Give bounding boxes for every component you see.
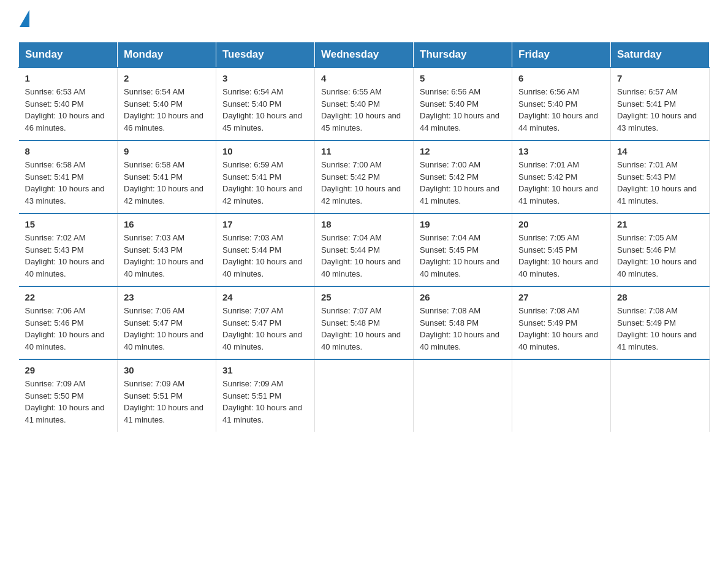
header-monday: Monday	[118, 42, 216, 68]
calendar-cell	[512, 359, 611, 432]
calendar-cell: 17 Sunrise: 7:03 AMSunset: 5:44 PMDaylig…	[216, 213, 315, 286]
logo-triangle-icon	[20, 10, 29, 27]
day-number: 24	[222, 292, 308, 302]
day-info: Sunrise: 7:04 AMSunset: 5:45 PMDaylight:…	[420, 233, 499, 278]
calendar-cell: 23 Sunrise: 7:06 AMSunset: 5:47 PMDaylig…	[118, 286, 216, 359]
day-info: Sunrise: 6:54 AMSunset: 5:40 PMDaylight:…	[124, 87, 203, 132]
calendar-cell: 27 Sunrise: 7:08 AMSunset: 5:49 PMDaylig…	[512, 286, 611, 359]
calendar-cell: 7 Sunrise: 6:57 AMSunset: 5:41 PMDayligh…	[611, 67, 710, 140]
day-number: 19	[420, 219, 506, 229]
header-friday: Friday	[512, 42, 611, 68]
calendar-cell: 24 Sunrise: 7:07 AMSunset: 5:47 PMDaylig…	[216, 286, 315, 359]
calendar-cell: 29 Sunrise: 7:09 AMSunset: 5:50 PMDaylig…	[19, 359, 118, 432]
calendar-cell	[611, 359, 710, 432]
day-info: Sunrise: 6:59 AMSunset: 5:41 PMDaylight:…	[222, 160, 302, 205]
day-info: Sunrise: 7:09 AMSunset: 5:51 PMDaylight:…	[222, 379, 302, 424]
day-info: Sunrise: 7:07 AMSunset: 5:48 PMDaylight:…	[321, 306, 401, 351]
day-number: 22	[25, 292, 112, 302]
day-number: 11	[321, 146, 407, 156]
day-info: Sunrise: 7:05 AMSunset: 5:45 PMDaylight:…	[518, 233, 598, 278]
day-number: 4	[321, 73, 407, 83]
day-number: 7	[617, 73, 703, 83]
calendar-week-row: 29 Sunrise: 7:09 AMSunset: 5:50 PMDaylig…	[19, 359, 710, 432]
day-info: Sunrise: 7:01 AMSunset: 5:43 PMDaylight:…	[617, 160, 697, 205]
calendar-cell: 20 Sunrise: 7:05 AMSunset: 5:45 PMDaylig…	[512, 213, 611, 286]
calendar-cell	[315, 359, 414, 432]
day-info: Sunrise: 7:01 AMSunset: 5:42 PMDaylight:…	[518, 160, 598, 205]
calendar-week-row: 15 Sunrise: 7:02 AMSunset: 5:43 PMDaylig…	[19, 213, 710, 286]
calendar-table: SundayMondayTuesdayWednesdayThursdayFrid…	[18, 42, 710, 432]
header-wednesday: Wednesday	[315, 42, 414, 68]
day-number: 16	[124, 219, 210, 229]
day-number: 26	[420, 292, 506, 302]
day-info: Sunrise: 6:56 AMSunset: 5:40 PMDaylight:…	[420, 87, 499, 132]
day-info: Sunrise: 7:03 AMSunset: 5:44 PMDaylight:…	[222, 233, 302, 278]
day-info: Sunrise: 6:55 AMSunset: 5:40 PMDaylight:…	[321, 87, 401, 132]
day-number: 18	[321, 219, 407, 229]
calendar-week-row: 8 Sunrise: 6:58 AMSunset: 5:41 PMDayligh…	[19, 140, 710, 213]
calendar-cell: 28 Sunrise: 7:08 AMSunset: 5:49 PMDaylig…	[611, 286, 710, 359]
day-number: 25	[321, 292, 407, 302]
day-info: Sunrise: 7:08 AMSunset: 5:49 PMDaylight:…	[617, 306, 697, 351]
day-info: Sunrise: 7:00 AMSunset: 5:42 PMDaylight:…	[420, 160, 499, 205]
calendar-cell: 3 Sunrise: 6:54 AMSunset: 5:40 PMDayligh…	[216, 67, 315, 140]
day-number: 29	[25, 365, 112, 375]
calendar-header-row: SundayMondayTuesdayWednesdayThursdayFrid…	[19, 42, 710, 68]
day-number: 1	[25, 73, 112, 83]
day-info: Sunrise: 7:08 AMSunset: 5:48 PMDaylight:…	[420, 306, 499, 351]
day-info: Sunrise: 7:07 AMSunset: 5:47 PMDaylight:…	[222, 306, 302, 351]
day-number: 8	[25, 146, 112, 156]
day-info: Sunrise: 7:09 AMSunset: 5:51 PMDaylight:…	[124, 379, 203, 424]
calendar-cell: 2 Sunrise: 6:54 AMSunset: 5:40 PMDayligh…	[118, 67, 216, 140]
header-thursday: Thursday	[414, 42, 512, 68]
day-number: 2	[124, 73, 210, 83]
logo	[18, 12, 29, 29]
day-info: Sunrise: 7:03 AMSunset: 5:43 PMDaylight:…	[124, 233, 203, 278]
calendar-cell: 26 Sunrise: 7:08 AMSunset: 5:48 PMDaylig…	[414, 286, 512, 359]
calendar-cell: 16 Sunrise: 7:03 AMSunset: 5:43 PMDaylig…	[118, 213, 216, 286]
day-info: Sunrise: 7:05 AMSunset: 5:46 PMDaylight:…	[617, 233, 697, 278]
day-number: 9	[124, 146, 210, 156]
day-info: Sunrise: 7:06 AMSunset: 5:47 PMDaylight:…	[124, 306, 203, 351]
day-number: 14	[617, 146, 703, 156]
day-number: 5	[420, 73, 506, 83]
calendar-cell: 6 Sunrise: 6:56 AMSunset: 5:40 PMDayligh…	[512, 67, 611, 140]
day-info: Sunrise: 7:09 AMSunset: 5:50 PMDaylight:…	[25, 379, 105, 424]
day-info: Sunrise: 6:53 AMSunset: 5:40 PMDaylight:…	[25, 87, 105, 132]
day-info: Sunrise: 6:54 AMSunset: 5:40 PMDaylight:…	[222, 87, 302, 132]
day-number: 30	[124, 365, 210, 375]
calendar-cell: 15 Sunrise: 7:02 AMSunset: 5:43 PMDaylig…	[19, 213, 118, 286]
day-info: Sunrise: 7:00 AMSunset: 5:42 PMDaylight:…	[321, 160, 401, 205]
day-info: Sunrise: 7:02 AMSunset: 5:43 PMDaylight:…	[25, 233, 105, 278]
calendar-cell: 11 Sunrise: 7:00 AMSunset: 5:42 PMDaylig…	[315, 140, 414, 213]
day-number: 28	[617, 292, 703, 302]
calendar-cell: 31 Sunrise: 7:09 AMSunset: 5:51 PMDaylig…	[216, 359, 315, 432]
calendar-cell: 19 Sunrise: 7:04 AMSunset: 5:45 PMDaylig…	[414, 213, 512, 286]
day-number: 17	[222, 219, 308, 229]
calendar-cell: 8 Sunrise: 6:58 AMSunset: 5:41 PMDayligh…	[19, 140, 118, 213]
day-info: Sunrise: 7:04 AMSunset: 5:44 PMDaylight:…	[321, 233, 401, 278]
calendar-cell: 12 Sunrise: 7:00 AMSunset: 5:42 PMDaylig…	[414, 140, 512, 213]
calendar-cell: 30 Sunrise: 7:09 AMSunset: 5:51 PMDaylig…	[118, 359, 216, 432]
header-sunday: Sunday	[19, 42, 118, 68]
day-number: 13	[518, 146, 604, 156]
calendar-cell: 14 Sunrise: 7:01 AMSunset: 5:43 PMDaylig…	[611, 140, 710, 213]
day-number: 12	[420, 146, 506, 156]
calendar-cell: 1 Sunrise: 6:53 AMSunset: 5:40 PMDayligh…	[19, 67, 118, 140]
calendar-cell: 18 Sunrise: 7:04 AMSunset: 5:44 PMDaylig…	[315, 213, 414, 286]
header-tuesday: Tuesday	[216, 42, 315, 68]
calendar-cell: 10 Sunrise: 6:59 AMSunset: 5:41 PMDaylig…	[216, 140, 315, 213]
calendar-cell: 13 Sunrise: 7:01 AMSunset: 5:42 PMDaylig…	[512, 140, 611, 213]
day-number: 20	[518, 219, 604, 229]
header-saturday: Saturday	[611, 42, 710, 68]
calendar-cell: 22 Sunrise: 7:06 AMSunset: 5:46 PMDaylig…	[19, 286, 118, 359]
calendar-cell: 9 Sunrise: 6:58 AMSunset: 5:41 PMDayligh…	[118, 140, 216, 213]
day-info: Sunrise: 6:56 AMSunset: 5:40 PMDaylight:…	[518, 87, 598, 132]
day-info: Sunrise: 7:06 AMSunset: 5:46 PMDaylight:…	[25, 306, 105, 351]
day-number: 23	[124, 292, 210, 302]
day-info: Sunrise: 6:57 AMSunset: 5:41 PMDaylight:…	[617, 87, 697, 132]
calendar-cell	[414, 359, 512, 432]
calendar-cell: 4 Sunrise: 6:55 AMSunset: 5:40 PMDayligh…	[315, 67, 414, 140]
day-info: Sunrise: 6:58 AMSunset: 5:41 PMDaylight:…	[25, 160, 105, 205]
day-number: 10	[222, 146, 308, 156]
